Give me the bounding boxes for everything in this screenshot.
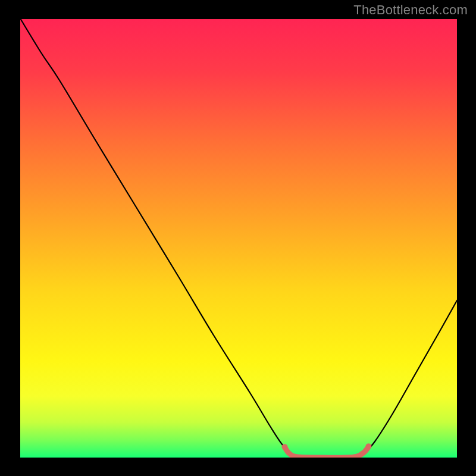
marker-end-dot [366, 444, 371, 449]
plot-background [20, 19, 457, 458]
attribution-label: TheBottleneck.com [353, 2, 468, 18]
bottleneck-chart [0, 0, 476, 476]
chart-frame: TheBottleneck.com [0, 0, 476, 476]
marker-end-dot [283, 444, 288, 450]
